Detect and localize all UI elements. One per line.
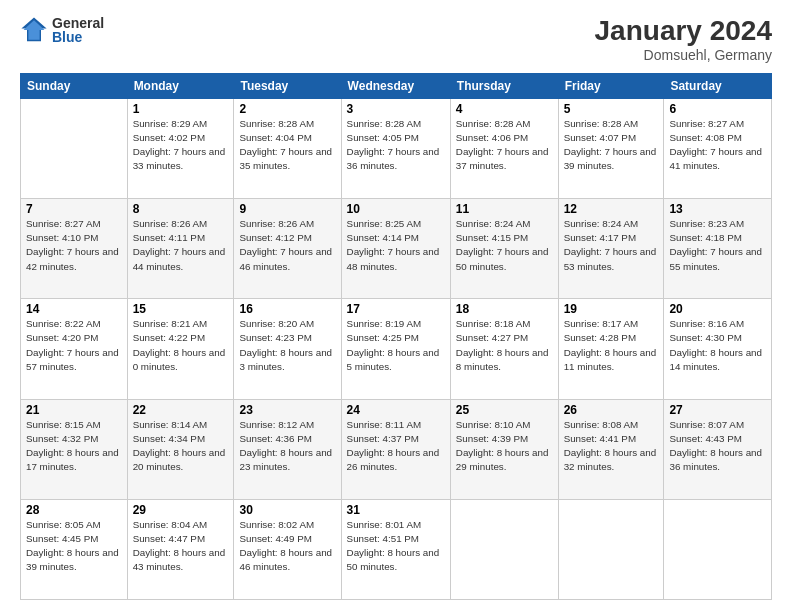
day-info: Sunrise: 8:01 AMSunset: 4:51 PMDaylight:… (347, 518, 445, 575)
day-cell: 24Sunrise: 8:11 AMSunset: 4:37 PMDayligh… (341, 399, 450, 499)
day-info: Sunrise: 8:18 AMSunset: 4:27 PMDaylight:… (456, 317, 553, 374)
header-sunday: Sunday (21, 73, 128, 98)
day-info: Sunrise: 8:28 AMSunset: 4:07 PMDaylight:… (564, 117, 659, 174)
day-cell: 25Sunrise: 8:10 AMSunset: 4:39 PMDayligh… (450, 399, 558, 499)
day-cell: 26Sunrise: 8:08 AMSunset: 4:41 PMDayligh… (558, 399, 664, 499)
day-info: Sunrise: 8:24 AMSunset: 4:15 PMDaylight:… (456, 217, 553, 274)
day-cell: 5Sunrise: 8:28 AMSunset: 4:07 PMDaylight… (558, 98, 664, 198)
day-info: Sunrise: 8:04 AMSunset: 4:47 PMDaylight:… (133, 518, 229, 575)
day-number: 6 (669, 102, 766, 116)
calendar-table: Sunday Monday Tuesday Wednesday Thursday… (20, 73, 772, 600)
title-block: January 2024 Domsuehl, Germany (595, 16, 772, 63)
logo-general: General (52, 16, 104, 30)
day-number: 26 (564, 403, 659, 417)
day-info: Sunrise: 8:28 AMSunset: 4:06 PMDaylight:… (456, 117, 553, 174)
day-info: Sunrise: 8:23 AMSunset: 4:18 PMDaylight:… (669, 217, 766, 274)
header-row: Sunday Monday Tuesday Wednesday Thursday… (21, 73, 772, 98)
day-number: 5 (564, 102, 659, 116)
day-number: 18 (456, 302, 553, 316)
day-info: Sunrise: 8:19 AMSunset: 4:25 PMDaylight:… (347, 317, 445, 374)
day-cell: 7Sunrise: 8:27 AMSunset: 4:10 PMDaylight… (21, 199, 128, 299)
day-number: 28 (26, 503, 122, 517)
day-number: 9 (239, 202, 335, 216)
day-number: 25 (456, 403, 553, 417)
header-monday: Monday (127, 73, 234, 98)
day-cell: 19Sunrise: 8:17 AMSunset: 4:28 PMDayligh… (558, 299, 664, 399)
day-number: 16 (239, 302, 335, 316)
header-tuesday: Tuesday (234, 73, 341, 98)
day-cell: 15Sunrise: 8:21 AMSunset: 4:22 PMDayligh… (127, 299, 234, 399)
page: General Blue January 2024 Domsuehl, Germ… (0, 0, 792, 612)
day-cell: 31Sunrise: 8:01 AMSunset: 4:51 PMDayligh… (341, 499, 450, 599)
day-cell: 2Sunrise: 8:28 AMSunset: 4:04 PMDaylight… (234, 98, 341, 198)
day-cell: 17Sunrise: 8:19 AMSunset: 4:25 PMDayligh… (341, 299, 450, 399)
day-info: Sunrise: 8:24 AMSunset: 4:17 PMDaylight:… (564, 217, 659, 274)
day-number: 10 (347, 202, 445, 216)
day-info: Sunrise: 8:26 AMSunset: 4:11 PMDaylight:… (133, 217, 229, 274)
day-cell: 18Sunrise: 8:18 AMSunset: 4:27 PMDayligh… (450, 299, 558, 399)
day-cell: 30Sunrise: 8:02 AMSunset: 4:49 PMDayligh… (234, 499, 341, 599)
day-info: Sunrise: 8:14 AMSunset: 4:34 PMDaylight:… (133, 418, 229, 475)
day-number: 21 (26, 403, 122, 417)
day-cell: 23Sunrise: 8:12 AMSunset: 4:36 PMDayligh… (234, 399, 341, 499)
day-info: Sunrise: 8:27 AMSunset: 4:08 PMDaylight:… (669, 117, 766, 174)
logo-text: General Blue (52, 16, 104, 44)
svg-marker-1 (24, 20, 45, 40)
day-number: 20 (669, 302, 766, 316)
week-row-4: 28Sunrise: 8:05 AMSunset: 4:45 PMDayligh… (21, 499, 772, 599)
day-number: 27 (669, 403, 766, 417)
day-info: Sunrise: 8:28 AMSunset: 4:04 PMDaylight:… (239, 117, 335, 174)
day-cell: 4Sunrise: 8:28 AMSunset: 4:06 PMDaylight… (450, 98, 558, 198)
header-saturday: Saturday (664, 73, 772, 98)
day-number: 4 (456, 102, 553, 116)
day-number: 31 (347, 503, 445, 517)
day-cell: 3Sunrise: 8:28 AMSunset: 4:05 PMDaylight… (341, 98, 450, 198)
day-number: 13 (669, 202, 766, 216)
day-info: Sunrise: 8:12 AMSunset: 4:36 PMDaylight:… (239, 418, 335, 475)
day-cell (450, 499, 558, 599)
day-number: 7 (26, 202, 122, 216)
day-cell: 22Sunrise: 8:14 AMSunset: 4:34 PMDayligh… (127, 399, 234, 499)
day-number: 30 (239, 503, 335, 517)
day-cell: 6Sunrise: 8:27 AMSunset: 4:08 PMDaylight… (664, 98, 772, 198)
day-number: 8 (133, 202, 229, 216)
day-cell: 20Sunrise: 8:16 AMSunset: 4:30 PMDayligh… (664, 299, 772, 399)
day-info: Sunrise: 8:10 AMSunset: 4:39 PMDaylight:… (456, 418, 553, 475)
day-info: Sunrise: 8:25 AMSunset: 4:14 PMDaylight:… (347, 217, 445, 274)
header-thursday: Thursday (450, 73, 558, 98)
day-number: 19 (564, 302, 659, 316)
day-cell (664, 499, 772, 599)
logo-icon (20, 16, 48, 44)
day-cell: 28Sunrise: 8:05 AMSunset: 4:45 PMDayligh… (21, 499, 128, 599)
day-info: Sunrise: 8:27 AMSunset: 4:10 PMDaylight:… (26, 217, 122, 274)
day-info: Sunrise: 8:17 AMSunset: 4:28 PMDaylight:… (564, 317, 659, 374)
day-cell: 1Sunrise: 8:29 AMSunset: 4:02 PMDaylight… (127, 98, 234, 198)
week-row-1: 7Sunrise: 8:27 AMSunset: 4:10 PMDaylight… (21, 199, 772, 299)
day-cell (558, 499, 664, 599)
day-number: 23 (239, 403, 335, 417)
day-number: 22 (133, 403, 229, 417)
day-number: 12 (564, 202, 659, 216)
day-info: Sunrise: 8:15 AMSunset: 4:32 PMDaylight:… (26, 418, 122, 475)
day-info: Sunrise: 8:21 AMSunset: 4:22 PMDaylight:… (133, 317, 229, 374)
day-number: 1 (133, 102, 229, 116)
day-info: Sunrise: 8:26 AMSunset: 4:12 PMDaylight:… (239, 217, 335, 274)
day-info: Sunrise: 8:07 AMSunset: 4:43 PMDaylight:… (669, 418, 766, 475)
day-info: Sunrise: 8:02 AMSunset: 4:49 PMDaylight:… (239, 518, 335, 575)
day-number: 17 (347, 302, 445, 316)
day-info: Sunrise: 8:05 AMSunset: 4:45 PMDaylight:… (26, 518, 122, 575)
day-info: Sunrise: 8:08 AMSunset: 4:41 PMDaylight:… (564, 418, 659, 475)
day-cell: 27Sunrise: 8:07 AMSunset: 4:43 PMDayligh… (664, 399, 772, 499)
day-number: 2 (239, 102, 335, 116)
week-row-3: 21Sunrise: 8:15 AMSunset: 4:32 PMDayligh… (21, 399, 772, 499)
day-info: Sunrise: 8:29 AMSunset: 4:02 PMDaylight:… (133, 117, 229, 174)
week-row-0: 1Sunrise: 8:29 AMSunset: 4:02 PMDaylight… (21, 98, 772, 198)
day-cell: 10Sunrise: 8:25 AMSunset: 4:14 PMDayligh… (341, 199, 450, 299)
day-cell: 16Sunrise: 8:20 AMSunset: 4:23 PMDayligh… (234, 299, 341, 399)
day-info: Sunrise: 8:20 AMSunset: 4:23 PMDaylight:… (239, 317, 335, 374)
day-cell: 21Sunrise: 8:15 AMSunset: 4:32 PMDayligh… (21, 399, 128, 499)
day-number: 15 (133, 302, 229, 316)
day-cell: 11Sunrise: 8:24 AMSunset: 4:15 PMDayligh… (450, 199, 558, 299)
day-number: 3 (347, 102, 445, 116)
calendar-title: January 2024 (595, 16, 772, 47)
